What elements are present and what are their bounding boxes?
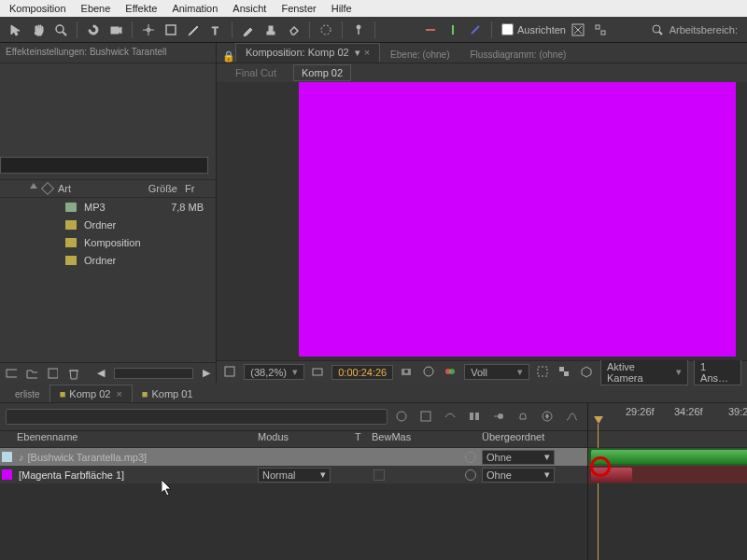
timecode-field[interactable]: 0:00:24:26 <box>331 365 393 380</box>
3d-view-icon[interactable] <box>580 365 594 380</box>
brainstorm-icon[interactable] <box>516 410 531 425</box>
menu-effekte[interactable]: Effekte <box>118 1 164 16</box>
transparency-grid-icon[interactable] <box>557 365 571 380</box>
camera-tool-icon[interactable] <box>106 20 126 40</box>
shape-tool-icon[interactable] <box>161 20 181 40</box>
menu-animation[interactable]: Animation <box>164 1 225 16</box>
stamp-tool-icon[interactable] <box>261 20 281 40</box>
close-icon[interactable]: × <box>364 47 370 58</box>
snap-icon[interactable] <box>568 20 588 40</box>
project-search-input[interactable] <box>0 157 208 174</box>
project-row[interactable]: menOrdner <box>0 251 216 269</box>
camera-dropdown[interactable]: Aktive Kamera▾ <box>600 359 688 385</box>
audio-track-bar[interactable] <box>588 448 747 466</box>
workspace-label[interactable]: Arbeitsbereich: <box>669 24 741 35</box>
menu-komposition[interactable]: Komposition <box>2 1 74 16</box>
label-icon[interactable] <box>41 182 54 195</box>
selection-tool-icon[interactable] <box>6 20 26 40</box>
col-groesse[interactable]: Größe <box>131 183 185 194</box>
views-dropdown[interactable]: 1 Ans… <box>694 359 741 385</box>
hand-tool-icon[interactable] <box>28 20 49 40</box>
project-scrollbar[interactable] <box>114 368 193 379</box>
always-preview-icon[interactable] <box>223 365 237 380</box>
axis-y-icon[interactable] <box>443 20 463 40</box>
bit-depth-icon[interactable] <box>6 367 17 380</box>
zoom-dropdown[interactable]: (38,2%)▾ <box>244 364 304 380</box>
effects-panel-tab[interactable]: Effekteinstellungen: Bushwick Tarantell <box>0 43 216 63</box>
rotate-tool-icon[interactable] <box>83 20 104 40</box>
align-checkbox[interactable]: Ausrichten <box>501 23 566 35</box>
search-icon[interactable] <box>647 20 668 40</box>
sort-arrow-icon[interactable] <box>30 183 37 189</box>
new-folder-icon[interactable] <box>26 367 37 380</box>
snap-edge-icon[interactable] <box>590 20 611 40</box>
trash-icon[interactable] <box>67 367 78 380</box>
composition-viewport[interactable] <box>299 82 736 357</box>
text-tool-icon[interactable]: T <box>205 20 226 40</box>
frame-blend-icon[interactable] <box>468 410 483 425</box>
tab-ebene[interactable]: Ebene: (ohne) <box>380 46 459 63</box>
menu-fenster[interactable]: Fenster <box>274 1 323 16</box>
col-modus[interactable]: Modus <box>258 431 355 447</box>
tab-komp01[interactable]: ■Komp 01 <box>133 385 203 402</box>
project-row[interactable]: lla.mp3MP37,8 MB <box>0 198 216 216</box>
snapshot-icon[interactable] <box>400 365 414 380</box>
scroll-right-icon[interactable]: ▶ <box>203 367 210 379</box>
trackmatte-box[interactable] <box>374 469 385 481</box>
menu-hilfe[interactable]: Hilfe <box>324 1 359 16</box>
axis-x-icon[interactable] <box>420 20 441 40</box>
zoom-tool-icon[interactable] <box>50 20 71 40</box>
tab-renderliste[interactable]: erliste <box>6 386 49 402</box>
roto-tool-icon[interactable] <box>316 20 336 40</box>
lock-icon[interactable]: 🔒 <box>222 50 235 63</box>
blend-mode-dropdown[interactable]: Normal▾ <box>258 468 331 483</box>
new-comp-icon[interactable] <box>47 367 58 380</box>
show-snapshot-icon[interactable] <box>422 365 436 380</box>
pen-tool-icon[interactable] <box>183 20 204 40</box>
graph-editor-icon[interactable] <box>565 410 580 425</box>
draft3d-icon[interactable] <box>419 410 434 425</box>
timeline-search-input[interactable] <box>6 409 388 425</box>
tab-composition[interactable]: Komposition: Komp 02▾× <box>235 43 380 63</box>
solid-track-bar[interactable] <box>588 466 747 483</box>
timeline-tracks[interactable]: 29:26f 34:26f 39:2 <box>588 403 747 560</box>
parent-dropdown[interactable]: Ohne▾ <box>482 468 555 483</box>
layer-row[interactable]: [Magenta Farbfläche 1] Normal▾ Ohne▾ <box>0 466 587 483</box>
parent-pickwhip-icon[interactable] <box>465 452 476 463</box>
col-fr[interactable]: Fr <box>185 183 216 194</box>
shy-icon[interactable] <box>444 410 458 425</box>
motion-blur-icon[interactable] <box>492 410 507 425</box>
tab-komp02[interactable]: ■Komp 02× <box>49 385 133 402</box>
project-row[interactable]: Komposition <box>0 233 216 251</box>
tab-flussdiagramm[interactable]: Flussdiagramm: (ohne) <box>460 46 577 63</box>
label-swatch[interactable] <box>2 452 12 462</box>
axis-z-icon[interactable] <box>465 20 486 40</box>
roi-icon[interactable] <box>536 365 550 380</box>
project-row[interactable]: Ordner <box>0 216 216 233</box>
close-icon[interactable]: × <box>116 388 121 399</box>
channel-icon[interactable] <box>444 365 458 380</box>
col-bewmas[interactable]: BewMas <box>372 431 461 447</box>
auto-keyframe-icon[interactable] <box>541 410 556 425</box>
eraser-tool-icon[interactable] <box>283 20 303 40</box>
menu-ansicht[interactable]: Ansicht <box>225 1 274 16</box>
col-ebenenname[interactable]: Ebenenname <box>13 431 258 447</box>
brush-tool-icon[interactable] <box>238 20 259 40</box>
comp-mini-flow-icon[interactable] <box>395 410 410 425</box>
crumb-komp02[interactable]: Komp 02 <box>293 64 351 81</box>
col-t[interactable]: T <box>355 431 372 447</box>
col-art[interactable]: Art <box>58 183 131 194</box>
anchor-tool-icon[interactable] <box>138 20 159 40</box>
resolution-dropdown[interactable]: Voll▾ <box>464 364 529 380</box>
label-swatch[interactable] <box>2 469 12 480</box>
col-uebergeordnet[interactable]: Übergeordnet <box>482 431 575 447</box>
crumb-finalcut[interactable]: Final Cut <box>235 67 276 78</box>
menu-ebene[interactable]: Ebene <box>74 1 119 16</box>
parent-dropdown[interactable]: Ohne▾ <box>482 450 555 465</box>
puppet-tool-icon[interactable] <box>348 20 369 40</box>
time-ruler[interactable]: 29:26f 34:26f 39:2 <box>588 403 747 431</box>
layer-row[interactable]: ♪[Bushwick Tarantella.mp3] Ohne▾ <box>0 448 587 466</box>
playhead-icon[interactable] <box>594 416 603 424</box>
scroll-left-icon[interactable]: ◀ <box>97 367 105 379</box>
chevron-down-icon[interactable]: ▾ <box>355 47 360 58</box>
